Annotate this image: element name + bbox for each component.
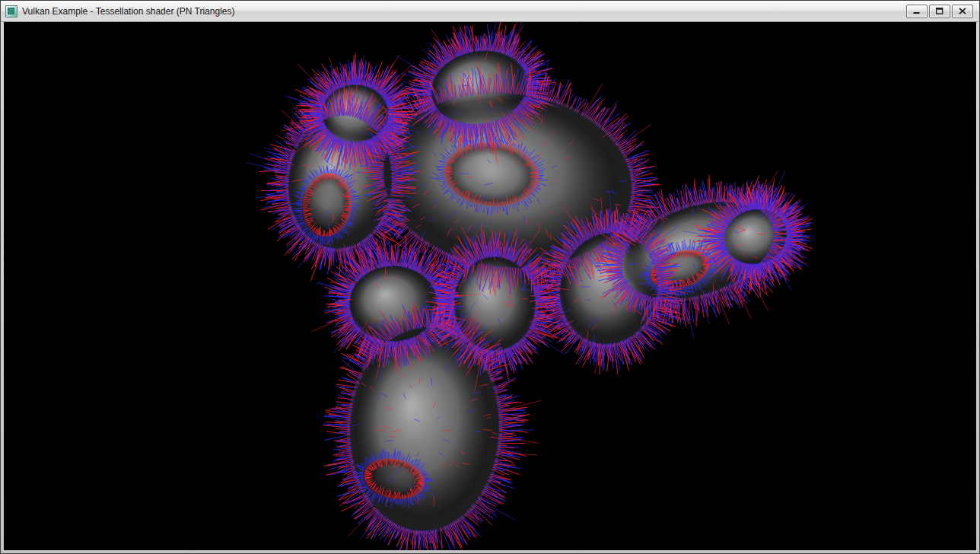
close-icon xyxy=(959,8,966,14)
minimize-button[interactable] xyxy=(906,5,928,18)
window-controls xyxy=(906,5,975,18)
window-title: Vulkan Example - Tessellation shader (PN… xyxy=(22,6,234,17)
titlebar[interactable]: Vulkan Example - Tessellation shader (PN… xyxy=(1,1,979,22)
close-button[interactable] xyxy=(952,5,973,18)
app-icon xyxy=(5,5,18,18)
maximize-icon xyxy=(936,8,943,14)
render-viewport[interactable] xyxy=(4,22,976,550)
app-window: Vulkan Example - Tessellation shader (PN… xyxy=(0,0,980,554)
maximize-button[interactable] xyxy=(929,5,950,18)
viewport-container xyxy=(4,22,976,550)
minimize-icon xyxy=(913,8,921,14)
